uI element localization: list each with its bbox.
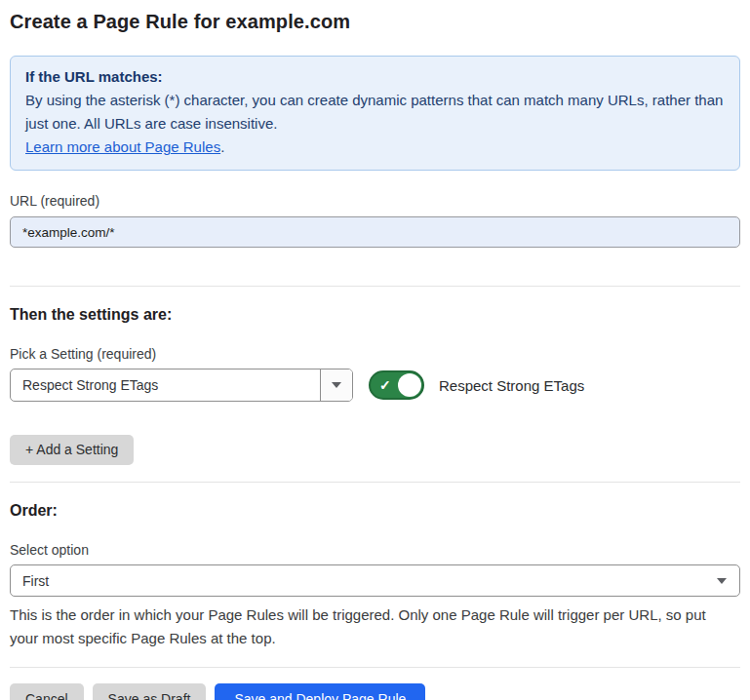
divider [10, 286, 740, 287]
add-setting-button[interactable]: + Add a Setting [10, 435, 134, 465]
settings-section-heading: Then the settings are: [10, 306, 740, 324]
order-select-caret-zone [704, 578, 739, 584]
order-section-heading: Order: [10, 502, 740, 520]
order-select-value: First [11, 573, 704, 589]
order-select[interactable]: First [10, 564, 740, 597]
setting-select[interactable]: Respect Strong ETags [10, 369, 353, 402]
info-box-heading: If the URL matches: [25, 65, 725, 89]
check-icon: ✓ [379, 378, 391, 392]
toggle-knob [398, 373, 421, 397]
info-box-body: By using the asterisk (*) character, you… [25, 89, 725, 136]
page-rule-form: Create a Page Rule for example.com If th… [0, 11, 750, 700]
save-as-draft-button[interactable]: Save as Draft [93, 683, 207, 700]
setting-row: Respect Strong ETags ✓ Respect Strong ET… [10, 369, 740, 402]
cancel-button[interactable]: Cancel [10, 683, 84, 700]
order-select-label: Select option [10, 542, 740, 558]
pick-setting-label: Pick a Setting (required) [10, 346, 740, 362]
link-suffix: . [220, 138, 224, 155]
divider [10, 667, 740, 668]
url-input[interactable] [10, 216, 740, 248]
setting-select-arrow-button[interactable] [320, 369, 352, 401]
setting-select-value: Respect Strong ETags [11, 377, 320, 393]
learn-more-link[interactable]: Learn more about Page Rules [25, 138, 220, 155]
save-and-deploy-button[interactable]: Save and Deploy Page Rule [215, 683, 425, 700]
chevron-down-icon [332, 382, 341, 388]
divider [10, 482, 740, 483]
info-box-body-text: By using the asterisk (*) character, you… [25, 92, 723, 132]
url-match-info-box: If the URL matches: By using the asteris… [10, 56, 740, 171]
footer-buttons: Cancel Save as Draft Save and Deploy Pag… [10, 683, 740, 700]
toggle-label: Respect Strong ETags [439, 377, 584, 394]
respect-strong-etags-toggle[interactable]: ✓ [369, 370, 424, 400]
chevron-down-icon [717, 578, 727, 584]
url-field-label: URL (required) [10, 193, 740, 209]
order-help-text: This is the order in which your Page Rul… [10, 603, 736, 650]
page-title: Create a Page Rule for example.com [10, 11, 740, 33]
info-box-link-line: Learn more about Page Rules. [25, 136, 725, 159]
